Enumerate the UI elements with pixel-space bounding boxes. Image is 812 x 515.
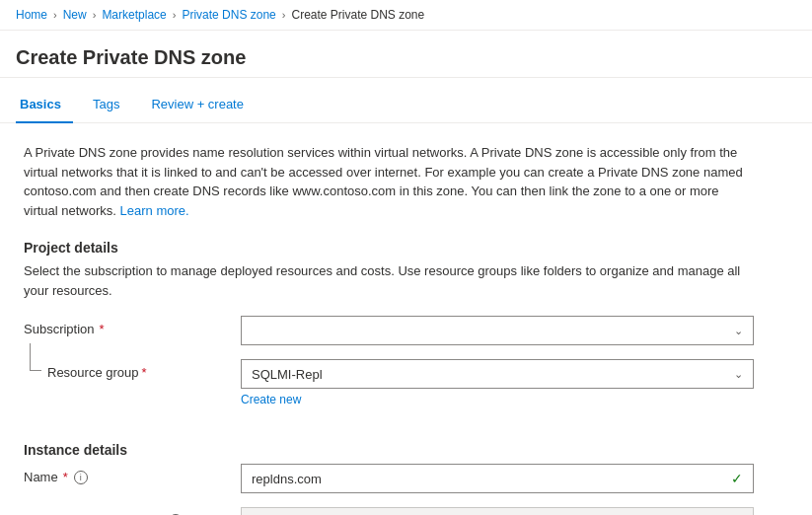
- content-area: A Private DNS zone provides name resolut…: [0, 123, 812, 515]
- resource-group-control: SQLMI-Repl ⌄ Create new: [241, 359, 754, 406]
- resource-group-value: SQLMI-Repl: [252, 367, 323, 382]
- project-details-title: Project details: [24, 240, 788, 256]
- subscription-row: Subscription * ⌄: [24, 316, 754, 345]
- instance-details-title: Instance details: [24, 442, 788, 458]
- name-info-icon[interactable]: i: [74, 471, 88, 484]
- tab-basics[interactable]: Basics: [16, 87, 73, 123]
- subscription-control: ⌄: [241, 316, 754, 345]
- name-row: Name * i repldns.com ✓: [24, 464, 754, 493]
- project-details-desc: Select the subscription to manage deploy…: [24, 261, 754, 300]
- tab-tags[interactable]: Tags: [89, 87, 131, 123]
- breadcrumb-sep-3: ›: [173, 9, 177, 21]
- tabs-container: Basics Tags Review + create: [0, 86, 812, 123]
- page-title: Create Private DNS zone: [16, 46, 796, 69]
- resource-group-chevron-icon: ⌄: [734, 368, 743, 381]
- name-label: Name * i: [24, 464, 241, 484]
- name-input[interactable]: repldns.com ✓: [241, 464, 754, 493]
- name-valid-icon: ✓: [731, 471, 743, 486]
- subscription-label: Subscription *: [24, 316, 241, 336]
- resource-group-row: Resource group * SQLMI-Repl ⌄ Create new: [24, 359, 754, 406]
- tab-review-create[interactable]: Review + create: [147, 87, 256, 123]
- breadcrumb-home[interactable]: Home: [16, 8, 47, 22]
- create-new-resource-group-link[interactable]: Create new: [241, 393, 754, 406]
- rg-location-label: Resource group location i: [24, 507, 241, 515]
- rg-connector-line: [30, 343, 41, 371]
- resource-group-label-wrapper: Resource group *: [47, 359, 241, 380]
- subscription-dropdown[interactable]: ⌄: [241, 316, 754, 345]
- breadcrumb-new[interactable]: New: [63, 8, 87, 22]
- breadcrumb-marketplace[interactable]: Marketplace: [102, 8, 166, 22]
- breadcrumb-sep-2: ›: [93, 9, 97, 21]
- learn-more-link[interactable]: Learn more.: [120, 203, 189, 218]
- resource-group-required: *: [142, 365, 147, 380]
- resource-group-dropdown[interactable]: SQLMI-Repl ⌄: [241, 359, 754, 389]
- page-header: Create Private DNS zone: [0, 31, 812, 78]
- subscription-required: *: [100, 322, 105, 336]
- name-value: repldns.com: [252, 472, 322, 486]
- name-required: *: [63, 470, 68, 484]
- intro-description: A Private DNS zone provides name resolut…: [24, 143, 754, 220]
- rg-location-dropdown: East US ⌄: [241, 507, 754, 515]
- name-control: repldns.com ✓: [241, 464, 754, 493]
- breadcrumb: Home › New › Marketplace › Private DNS z…: [0, 0, 812, 31]
- breadcrumb-sep-1: ›: [53, 9, 57, 21]
- rg-location-row: Resource group location i East US ⌄: [24, 507, 754, 515]
- subscription-chevron-icon: ⌄: [734, 325, 743, 337]
- rg-location-control: East US ⌄: [241, 507, 754, 515]
- breadcrumb-sep-4: ›: [282, 9, 286, 21]
- breadcrumb-private-dns[interactable]: Private DNS zone: [182, 8, 275, 22]
- breadcrumb-current: Create Private DNS zone: [291, 8, 424, 22]
